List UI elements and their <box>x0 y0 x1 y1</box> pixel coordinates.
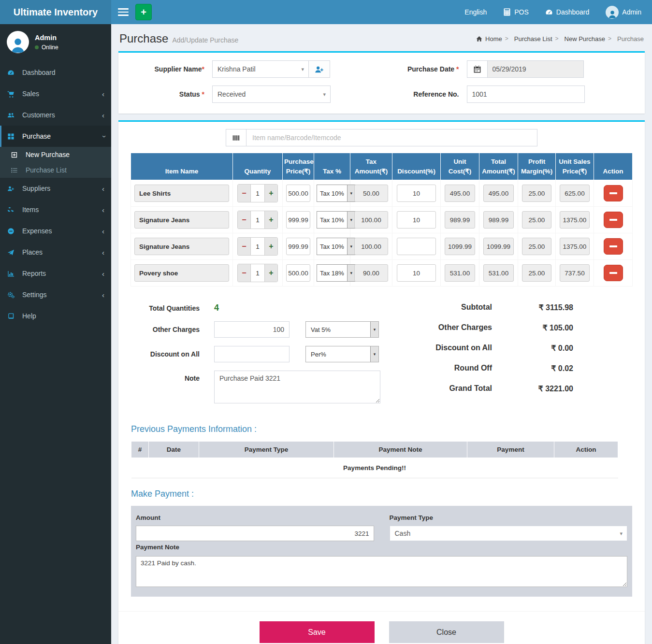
col-hash: # <box>131 442 149 458</box>
user-avatar-icon <box>606 6 619 19</box>
purchase-price-input[interactable] <box>286 264 310 282</box>
breadcrumb-new-purchase[interactable]: New Purchase <box>555 35 606 43</box>
purchase-date-input[interactable] <box>487 60 584 78</box>
sidebar-item-customers[interactable]: Customers ‹ <box>0 104 111 126</box>
quantity-increase-button[interactable]: + <box>264 211 277 229</box>
sidebar-toggle-icon[interactable] <box>118 8 129 16</box>
remove-item-button[interactable] <box>604 212 623 228</box>
calendar-icon <box>473 65 481 73</box>
total-quantities-label: Total Quantities <box>131 304 200 312</box>
payment-type-select[interactable]: Cash ▾ <box>390 526 628 541</box>
sidebar: Admin Online Dashboard Sales ‹ Customers… <box>0 24 111 644</box>
subtotal-value: ₹ 3115.98 <box>492 303 573 312</box>
discount-input[interactable] <box>397 211 436 229</box>
sidebar-item-label: Places <box>22 248 43 256</box>
quantity-increase-button[interactable]: + <box>264 185 277 202</box>
sidebar-item-label: Expenses <box>22 227 52 235</box>
supplier-select[interactable]: Krishna Patil ▾ <box>212 60 309 78</box>
payments-pending-message: Payments Pending!! <box>131 458 618 478</box>
quantity-increase-button[interactable]: + <box>264 238 277 255</box>
user-menu[interactable]: Admin <box>606 6 641 19</box>
minus-icon <box>609 219 617 221</box>
top-navbar: Ultimate Inventory + English POS Dashboa… <box>0 0 652 24</box>
note-label: Note <box>131 374 200 382</box>
other-charges-input[interactable] <box>214 321 290 338</box>
discount-on-all-input[interactable] <box>214 346 290 362</box>
tax-select[interactable]: Tax 10%▾ <box>317 211 356 229</box>
profit-margin-field <box>522 211 552 229</box>
payment-note-textarea[interactable]: 3221 Paid by cash. <box>136 556 627 587</box>
add-supplier-button[interactable] <box>309 60 330 78</box>
sidebar-item-dashboard[interactable]: Dashboard <box>0 62 111 83</box>
sidebar-item-settings[interactable]: Settings ‹ <box>0 284 111 305</box>
quantity-decrease-button[interactable]: − <box>238 211 251 229</box>
quantity-stepper: −+ <box>237 184 278 202</box>
tax-amount-field <box>354 185 388 202</box>
close-button[interactable]: Close <box>389 621 504 643</box>
item-name-field <box>134 211 229 229</box>
amount-input[interactable] <box>136 526 374 541</box>
purchase-price-input[interactable] <box>286 185 310 202</box>
payments-table-header: # Date Payment Type Payment Note Payment… <box>131 442 618 458</box>
save-button[interactable]: Save <box>260 621 375 643</box>
sidebar-item-purchase-list[interactable]: Purchase List <box>0 162 111 178</box>
payment-note-label: Payment Note <box>136 544 627 551</box>
discount-input[interactable] <box>397 264 436 282</box>
quick-add-button[interactable]: + <box>135 4 152 20</box>
app-logo[interactable]: Ultimate Inventory <box>0 0 111 24</box>
sidebar-item-purchase[interactable]: Purchase ‹ <box>0 126 111 147</box>
sidebar-item-help[interactable]: Help <box>0 305 111 327</box>
tax-select[interactable]: Tax 10%▾ <box>317 185 356 202</box>
remove-item-button[interactable] <box>604 238 623 255</box>
quantity-decrease-button[interactable]: − <box>238 264 251 282</box>
total-amount-field <box>483 185 514 202</box>
barcode-addon <box>226 129 246 146</box>
breadcrumb-home[interactable]: Home <box>476 35 502 43</box>
tax-select[interactable]: Tax 10%▾ <box>317 238 356 255</box>
quantity-decrease-button[interactable]: − <box>238 185 251 202</box>
language-menu[interactable]: English <box>464 8 487 16</box>
reference-no-input[interactable] <box>467 86 585 103</box>
quantity-input[interactable] <box>251 211 264 229</box>
sidebar-item-label: Reports <box>22 270 46 277</box>
other-charges-tax-select[interactable]: Vat 5% ▾ <box>305 321 379 338</box>
sidebar-item-items[interactable]: Items ‹ <box>0 199 111 220</box>
breadcrumb-purchase-list[interactable]: Purchase List <box>505 35 552 43</box>
discount-type-select[interactable]: Per% ▾ <box>305 346 379 362</box>
remove-item-button[interactable] <box>604 185 623 201</box>
item-row: −+ Tax 18%▾ <box>131 260 633 286</box>
item-row: −+ Tax 10%▾ <box>131 233 633 260</box>
quantity-input[interactable] <box>251 185 264 202</box>
discount-input[interactable] <box>397 185 436 202</box>
note-textarea[interactable]: Purchase Paid 3221 <box>214 371 380 403</box>
quantity-input[interactable] <box>251 264 264 282</box>
dashboard-link[interactable]: Dashboard <box>545 8 590 16</box>
pos-link[interactable]: POS <box>503 8 529 16</box>
tax-select[interactable]: Tax 18%▾ <box>317 264 356 282</box>
purchase-price-input[interactable] <box>286 238 310 255</box>
status-select[interactable]: Received ▾ <box>212 86 331 103</box>
sidebar-item-places[interactable]: Places ‹ <box>0 242 111 263</box>
content-header: PurchaseAdd/Update Purchase Home Purchas… <box>118 29 645 51</box>
tax-amount-field <box>354 264 388 282</box>
sidebar-item-sales[interactable]: Sales ‹ <box>0 83 111 104</box>
total-amount-field <box>483 211 514 229</box>
quantity-input[interactable] <box>251 238 264 255</box>
sidebar-item-new-purchase[interactable]: New Purchase <box>0 147 111 162</box>
quantity-increase-button[interactable]: + <box>264 264 277 282</box>
quantity-decrease-button[interactable]: − <box>238 238 251 255</box>
col-payment-note: Payment Note <box>334 442 467 458</box>
item-search-input[interactable] <box>246 129 537 146</box>
item-name-field <box>134 238 229 255</box>
sidebar-item-suppliers[interactable]: Suppliers ‹ <box>0 178 111 199</box>
purchase-price-input[interactable] <box>286 211 310 229</box>
discount-total-value: ₹ 0.00 <box>492 343 573 353</box>
chevron-left-icon: ‹ <box>102 90 104 98</box>
item-name-field <box>134 185 229 202</box>
remove-item-button[interactable] <box>604 265 623 281</box>
sidebar-item-reports[interactable]: Reports ‹ <box>0 263 111 284</box>
purchase-form-panel: Supplier Name* Krishna Patil ▾ Purchase … <box>118 51 645 114</box>
sidebar-item-expenses[interactable]: Expenses ‹ <box>0 220 111 242</box>
minus-circle-icon <box>7 228 18 235</box>
discount-input[interactable] <box>397 238 436 255</box>
